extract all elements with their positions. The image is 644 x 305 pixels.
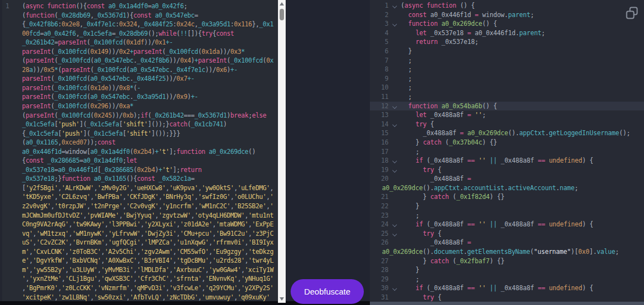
fold-chevron-icon[interactable] xyxy=(392,286,397,291)
code-line: 15 _0x488a8f = a0_0x269dce().appCtxt.get… xyxy=(370,129,644,138)
line-number xyxy=(2,238,22,247)
code-line: 'tKD5yxe','C2L6zvq','BwfPBa','CKfJDgK','… xyxy=(2,192,278,202)
line-number: 2 xyxy=(370,10,389,20)
code-line: 7 ; xyxy=(370,56,644,65)
fold-chevron-icon[interactable] xyxy=(392,104,397,108)
code-line: 9 ; xyxy=(370,74,644,84)
line-number xyxy=(2,265,22,275)
line-number xyxy=(2,174,22,184)
code-line: 11 ; xyxy=(370,92,644,102)
fold-chevron-icon[interactable] xyxy=(392,223,397,227)
code-line: 'xcitpeK','zw1LBNq','sw50zxi','AfbTvLQ',… xyxy=(2,293,278,302)
left-editor-vertical-scrollbar[interactable] xyxy=(278,0,286,303)
scroll-up-arrow-icon[interactable] xyxy=(280,2,284,5)
line-number: 5 xyxy=(370,37,389,47)
code-line: 26 _0x488a8f = xyxy=(370,238,644,247)
scroll-down-arrow-icon[interactable] xyxy=(280,297,284,301)
code-line: 25 try { xyxy=(370,229,644,239)
line-number: 13 xyxy=(370,110,389,120)
fold-chevron-icon[interactable] xyxy=(392,122,397,126)
line-number xyxy=(2,84,22,93)
line-number: 11 xyxy=(370,92,389,102)
code-line: a0_0x269dce().appCtxt.accountList.active… xyxy=(370,184,644,193)
line-number xyxy=(2,56,22,65)
code-line: 28 } xyxy=(370,265,644,275)
line-number: 24 xyxy=(370,220,389,229)
line-number: 22 xyxy=(370,202,389,211)
line-number: 8 xyxy=(370,65,389,74)
code-line: 14 try { xyxy=(370,120,644,129)
code-line: 2 const a0_0x446f1d = window.parent; xyxy=(370,10,644,20)
code-line: 00fcd=a0_0x42f6,_0x1c5efa=_0x28db69();wh… xyxy=(2,29,278,38)
line-number: 6 xyxy=(370,47,389,56)
code-line: 21 } catch (_0x1f82d4) {} xyxy=(370,192,644,202)
line-number: 12 xyxy=(370,102,389,111)
obfuscated-code-editor[interactable]: 1(async function(){const a0_0x1a4df0=a0_… xyxy=(0,0,278,301)
line-number xyxy=(2,284,22,293)
line-number xyxy=(2,147,22,157)
code-line: 31 try { xyxy=(370,293,644,302)
code-line: 22 } xyxy=(370,202,644,211)
line-number xyxy=(2,165,22,175)
line-number: 21 xyxy=(370,192,389,202)
right-panel-horizontal-scrollbar[interactable] xyxy=(370,302,644,305)
code-line: 17 ; xyxy=(370,147,644,157)
line-number: 20 xyxy=(370,174,389,184)
line-number xyxy=(2,256,22,265)
line-number xyxy=(2,129,22,138)
line-number xyxy=(2,274,22,284)
code-line: {_0x42f8b6:0x2e8,_0x4f7e1c:0x324,_0x484f… xyxy=(2,20,278,29)
line-number xyxy=(2,29,22,38)
copy-icon[interactable] xyxy=(625,7,638,20)
code-line: _0x537e18;}function a0_0x1165(){const _0… xyxy=(2,174,278,184)
line-number: 31 xyxy=(370,293,389,302)
line-number xyxy=(2,74,22,84)
code-line: 30 if (_0x488a8f == '' || _0x488a8f == u… xyxy=(370,284,644,293)
line-number xyxy=(2,156,22,165)
code-line: ['y2fSBgi','ALrKDwW','zMv0y2G','ueHXCw8'… xyxy=(2,184,278,193)
line-number: 3 xyxy=(370,19,389,29)
code-line: m','yw55B2y','u3LUyW','yMvMB3i','lMDLDfa… xyxy=(2,265,278,275)
deobfuscated-code-viewer[interactable]: 1(async function () {2 const a0_0x446f1d… xyxy=(370,0,644,302)
line-number xyxy=(2,229,22,239)
line-number xyxy=(2,184,22,193)
scrollbar-thumb[interactable] xyxy=(280,9,284,20)
fold-chevron-icon[interactable] xyxy=(392,232,397,236)
code-line: a0_0x446f1d=window[a0_0x1a4df0(0x2b4)+'t… xyxy=(2,147,278,157)
line-number xyxy=(2,192,22,202)
line-number xyxy=(2,92,22,102)
code-line: 24 if (_0x488a8f == '' || _0x488a8f == u… xyxy=(370,220,644,229)
line-number: 9 xyxy=(370,74,389,84)
code-line: 20 _0x488a8f = xyxy=(370,174,644,184)
code-line: parseInt(_0x100fcd(0x149))/0x2+parseInt(… xyxy=(2,47,278,57)
fold-chevron-icon[interactable] xyxy=(392,168,397,172)
code-line: _0x537e18=a0_0x446f1d[_0x286685(0x2b4)+'… xyxy=(2,165,278,175)
code-line: 10 ; xyxy=(370,83,644,92)
deobfuscate-button[interactable]: Deobfuscate xyxy=(291,279,364,304)
code-line: 4 let _0x537e18 = a0_0x446f1d.parent; xyxy=(370,29,644,38)
code-line: {const _0x286685=a0_0x1a4df0;let xyxy=(2,156,278,165)
code-line: z2v0vgK','t0rzpJW','t2nPrge','C2v0vgK','… xyxy=(2,202,278,211)
code-line: (parseInt(_0x100fcd(0x245))/0xb);if(_0x2… xyxy=(2,111,278,120)
line-number: 26 xyxy=(370,238,389,247)
line-number: 23 xyxy=(370,211,389,220)
line-number xyxy=(2,293,22,302)
line-number xyxy=(2,47,22,57)
fold-chevron-icon[interactable] xyxy=(392,159,397,163)
active-code-line: 12 function a0_0x54ba6b() { xyxy=(370,102,644,111)
line-number xyxy=(2,111,22,120)
line-number xyxy=(2,211,22,220)
fold-chevron-icon[interactable] xyxy=(392,4,397,8)
code-line: e','DgvYkfW','BxbVCNq','A0XwBxC','B3rVBI… xyxy=(2,256,278,265)
line-number: 29 xyxy=(370,275,389,284)
line-number: 1 xyxy=(2,2,22,11)
line-number xyxy=(2,65,22,75)
line-number: 16 xyxy=(370,138,389,147)
code-line: 1(async function(){const a0_0x1a4df0=a0_… xyxy=(2,2,278,11)
fold-chevron-icon[interactable] xyxy=(392,22,397,26)
line-number: 25 xyxy=(370,229,389,239)
code-line: _0x261b42=parseInt(_0x100fcd(0x1df))/0x1… xyxy=(2,38,278,47)
code-line: 23 ; xyxy=(370,211,644,220)
line-number xyxy=(2,247,22,257)
code-line: 6 } xyxy=(370,47,644,56)
